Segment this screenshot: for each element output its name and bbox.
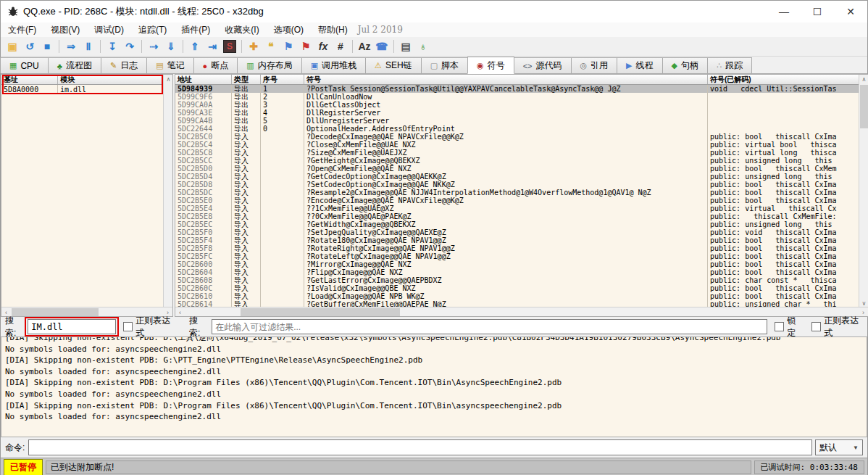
- tab-跟踪[interactable]: ∴跟踪: [707, 57, 752, 73]
- symbol-row[interactable]: 5D99CA3E导出4DllRegisterServer: [175, 109, 868, 117]
- x32dbg-window: QQ.exe - PID: 268C - 模块: ntdll.dll - 线程:…: [0, 0, 868, 475]
- tab-日志[interactable]: ✎日志: [101, 57, 147, 73]
- modules-vertical-scrollbar[interactable]: ∧: [163, 75, 172, 308]
- step-over-icon[interactable]: ↷: [121, 38, 138, 54]
- module-row[interactable]: 5D8A0000im.dll: [1, 85, 172, 94]
- symbol-row[interactable]: 5DC2B5D4导入?GetCodecOption@CxImage@@QAEKK…: [175, 173, 868, 181]
- globe-icon[interactable]: ♁: [414, 38, 432, 54]
- execute-till-return-icon[interactable]: ⇑: [186, 38, 204, 54]
- symbol-row[interactable]: 5D99CA0A导出3DllGetClassObject: [175, 101, 868, 109]
- symbol-row[interactable]: 5DC2B5F8导入?RotateRight@CxImage@@QAE_NPAV…: [175, 244, 868, 252]
- menu-item[interactable]: 视图(V): [43, 22, 87, 38]
- symbol-dec: public: unsigned long __this: [708, 157, 868, 165]
- regex2-checkbox[interactable]: [811, 322, 821, 331]
- tab-符号[interactable]: ◉符号: [467, 57, 514, 74]
- restart-icon[interactable]: ↺: [21, 38, 38, 54]
- scrollbar-thumb[interactable]: [241, 308, 400, 316]
- symbol-row[interactable]: 5DC2B5F0导入?SetJpegQuality@CxImage@@QAEXE…: [175, 228, 868, 236]
- pause-icon[interactable]: Ⅱ: [80, 38, 97, 54]
- symbol-row[interactable]: 5DC2B5D8导入?SetCodecOption@CxImage@@QAE_N…: [175, 181, 868, 189]
- command-profile-dropdown[interactable]: 默认 ▼: [815, 439, 863, 455]
- symbol-ord: [261, 205, 304, 212]
- tab-源代码[interactable]: <>源代码: [514, 57, 572, 73]
- symbol-row[interactable]: 5D984939导出1?PostTask_Session@SessionTask…: [175, 85, 868, 93]
- symbol-row[interactable]: 5DC2B60C导入?IsValid@CxImage@@QBE_NXZpubli…: [175, 284, 868, 292]
- tab-脚本[interactable]: ▢脚本: [421, 57, 468, 73]
- comments-icon[interactable]: ❝: [262, 38, 280, 54]
- tab-内存布局[interactable]: ▥内存布局: [237, 57, 301, 73]
- scroll-up-arrow[interactable]: ∧: [859, 75, 868, 84]
- tab-SEH链[interactable]: ⚠SEH链: [365, 57, 422, 73]
- run-icon[interactable]: ⇒: [62, 38, 80, 54]
- minimize-button[interactable]: —: [767, 1, 801, 22]
- symbol-row[interactable]: 5DC2B5E4导入??1CxMemFile@@UAE@XZpublic: vi…: [175, 205, 868, 212]
- bookmarks-icon[interactable]: ⚑: [297, 38, 314, 54]
- symbol-filter-input[interactable]: [212, 319, 767, 334]
- tab-调用堆栈[interactable]: ▣调用堆栈: [301, 57, 366, 73]
- hash-icon[interactable]: #: [332, 38, 349, 54]
- functions-icon[interactable]: fx: [314, 38, 332, 54]
- command-input[interactable]: [28, 439, 812, 455]
- calculator-icon[interactable]: ▤: [397, 38, 414, 54]
- symbol-row[interactable]: 5DC2B600导入?Mirror@CxImage@@QAE_NXZpublic…: [175, 260, 868, 268]
- symbol-row[interactable]: 5DC2B5DC导入?Resample2@CxImage@@QAE_NJJW4I…: [175, 189, 868, 197]
- step-into-icon[interactable]: ↧: [104, 38, 121, 54]
- tab-流程图[interactable]: ♣流程图: [48, 57, 101, 73]
- symbol-row[interactable]: 5DC2B5CC导入?GetHeight@CxImage@@QBEKXZpubl…: [175, 157, 868, 165]
- tab-笔记[interactable]: ▤笔记: [146, 57, 193, 73]
- symbol-dec: public: bool __thiscall CxIma: [708, 236, 868, 244]
- symbol-row[interactable]: 5DC2B5EC导入?GetWidth@CxImage@@QBEKXZpubli…: [175, 220, 868, 228]
- menu-item[interactable]: 收藏夹(I): [217, 22, 266, 38]
- strings-icon[interactable]: Az: [356, 38, 373, 54]
- log-line: No symbols loaded for: asyncspeechengine…: [5, 344, 867, 355]
- scylla-icon[interactable]: S: [223, 40, 236, 53]
- run-to-user-code-icon[interactable]: ⇢: [145, 38, 162, 54]
- menu-item[interactable]: 选项(O): [267, 22, 311, 38]
- symbol-row[interactable]: 5DC2B5C8导入?Size@CxMemFile@@UAEJXZpublic:…: [175, 149, 868, 157]
- labels-icon[interactable]: ⚑: [280, 38, 297, 54]
- symbol-row[interactable]: 5DC2B5E8导入??0CxMemFile@@QAE@PAEK@Zpublic…: [175, 212, 868, 220]
- menu-item[interactable]: 帮助(H): [311, 22, 355, 38]
- tab-线程[interactable]: ▶线程: [617, 57, 662, 73]
- symbol-row[interactable]: 5DC2B5FC导入?RotateLeft@CxImage@@QAE_NPAV1…: [175, 252, 868, 260]
- stop-icon[interactable]: ■: [38, 38, 56, 54]
- symbol-row[interactable]: 5DC2B608导入?GetLastError@CxImage@@QAEPBDX…: [175, 276, 868, 284]
- symbol-sym: ?SetCodecOption@CxImage@@QAE_NKK@Z: [304, 181, 708, 189]
- symbol-row[interactable]: 5DC2B5D0导入?Open@CxMemFile@@QAE_NXZpublic…: [175, 165, 868, 173]
- symbol-row[interactable]: 5DC2B5E0导入?Encode@CxImage@@QAE_NPAVCxFil…: [175, 197, 868, 205]
- symbol-row[interactable]: 5DC2B5C4导入?Close@CxMemFile@@UAE_NXZpubli…: [175, 141, 868, 149]
- step-out-icon[interactable]: ⇓: [162, 38, 180, 54]
- toolbar-separator: [183, 40, 183, 53]
- symbols-horizontal-scrollbar[interactable]: ‹ ›: [175, 307, 868, 316]
- close-button[interactable]: ✕: [834, 1, 867, 22]
- tab-句柄[interactable]: ◆句柄: [662, 57, 708, 73]
- symbol-row[interactable]: 5DC2B610导入?Load@CxImage@@QAE_NPB_WK@Zpub…: [175, 292, 868, 300]
- maximize-button[interactable]: ☐: [801, 1, 834, 22]
- scrollbar-thumb[interactable]: [860, 85, 868, 128]
- module-search-input[interactable]: [28, 319, 116, 334]
- tab-断点[interactable]: ●断点: [193, 57, 238, 73]
- symbol-addr: 5DC2B5E8: [175, 212, 232, 220]
- tab-引用[interactable]: ◎引用: [571, 57, 618, 73]
- menu-item[interactable]: 调试(D): [87, 22, 131, 38]
- paused-status-badge: 已暂停: [4, 459, 43, 475]
- symbols-vertical-scrollbar[interactable]: ∧ ∨: [859, 75, 868, 308]
- symbol-row[interactable]: 5D99C9F6导出2DllCanUnloadNow: [175, 93, 868, 101]
- symbol-row[interactable]: 5DC2B604导入?Flip@CxImage@@QAE_NXZpublic: …: [175, 268, 868, 276]
- patch-icon[interactable]: ✚: [245, 38, 262, 54]
- menu-item[interactable]: 文件(F): [1, 22, 43, 38]
- call-phone-icon[interactable]: ☎: [373, 38, 391, 54]
- symbol-row[interactable]: 5DC2B5C0导入?Decode@CxImage@@QAE_NPAVCxFil…: [175, 133, 868, 141]
- symbol-row[interactable]: 5D99CA4B导出5DllUnregisterServer: [175, 117, 868, 125]
- attach-thread-icon[interactable]: ⇥: [204, 38, 221, 54]
- scroll-up-arrow[interactable]: ∧: [164, 75, 173, 84]
- open-file-icon[interactable]: ▣: [4, 38, 21, 54]
- menu-item[interactable]: 插件(P): [174, 22, 217, 38]
- tab-CPU[interactable]: ▦CPU: [0, 57, 49, 73]
- symbol-row[interactable]: 5DC2B5F4导入?Rotate180@CxImage@@QAE_NPAV1@…: [175, 236, 868, 244]
- lock-checkbox[interactable]: [775, 322, 784, 331]
- menu-item[interactable]: 追踪(T): [131, 22, 174, 38]
- symbol-row[interactable]: 5DC22644导出0OptionalHeader.AddressOfEntry…: [175, 125, 868, 133]
- tab-label: 调用堆栈: [322, 59, 356, 72]
- regex-checkbox[interactable]: [123, 322, 133, 331]
